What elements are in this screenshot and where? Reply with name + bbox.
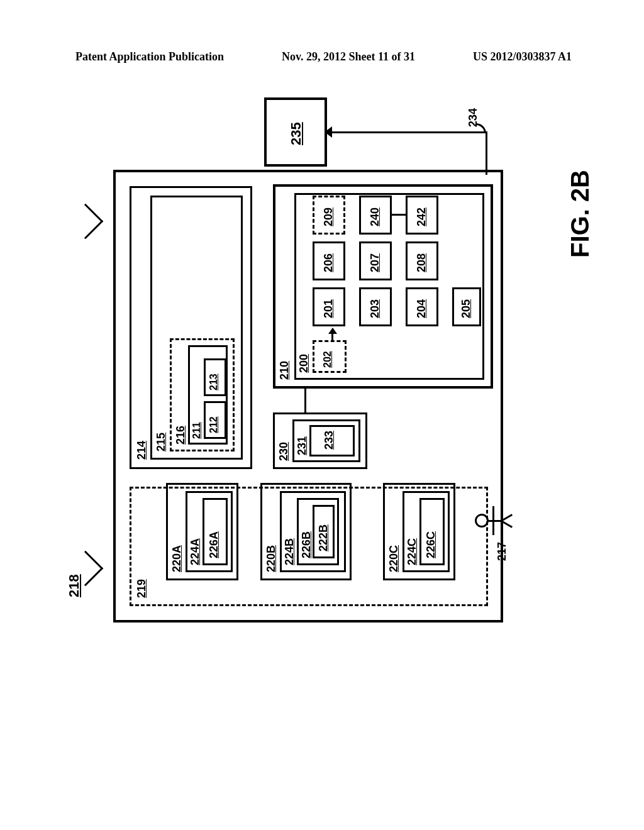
label-220a: 220A	[170, 545, 184, 572]
label-202: 202	[322, 351, 333, 368]
label-235: 235	[288, 122, 304, 145]
box-219: 219 220A 224A 226A 220B 224B 226B	[130, 487, 488, 606]
arrow-icon	[331, 329, 333, 340]
box-216: 216 211 212 213	[170, 338, 235, 451]
box-212: 212	[204, 401, 226, 439]
label-216: 216	[174, 426, 187, 445]
label-220b: 220B	[265, 545, 278, 572]
box-209: 209	[313, 196, 345, 235]
label-214: 214	[135, 441, 148, 460]
label-205: 205	[460, 299, 473, 318]
box-214: 214 215 216 211 212 213	[130, 186, 252, 469]
box-205: 205	[452, 287, 481, 326]
label-217: 217	[496, 542, 509, 561]
box-206: 206	[313, 241, 345, 280]
label-230: 230	[277, 442, 291, 461]
label-206: 206	[322, 253, 335, 272]
label-200: 200	[297, 354, 311, 373]
box-213: 213	[204, 358, 226, 396]
label-233: 233	[323, 431, 336, 450]
box-220c: 220C 224C 226C	[383, 483, 455, 580]
box-231: 231 233	[292, 419, 360, 462]
header-left: Patent Application Publication	[75, 50, 224, 64]
label-231: 231	[296, 436, 309, 455]
box-224b: 224B 226B 222B	[280, 491, 346, 572]
page-header: Patent Application Publication Nov. 29, …	[0, 50, 644, 64]
box-203: 203	[359, 287, 392, 326]
label-201: 201	[322, 299, 335, 318]
header-right: US 2012/0303837 A1	[473, 50, 572, 64]
connector-line	[392, 214, 406, 216]
leader-line	[68, 204, 104, 240]
box-220b: 220B 224B 226B 222B	[260, 483, 352, 580]
label-204: 204	[415, 299, 428, 318]
label-215: 215	[155, 433, 168, 451]
label-213: 213	[208, 374, 219, 390]
label-208: 208	[415, 253, 428, 272]
figure-2b: FIG. 2B 218 219 220A 224A 226A 220B 224B	[88, 170, 553, 622]
box-222b: 222B	[313, 505, 335, 558]
box-233: 233	[309, 425, 355, 456]
label-211: 211	[191, 422, 203, 439]
label-224c: 224C	[406, 538, 419, 565]
box-211: 211 212 213	[188, 345, 228, 445]
box-202: 202	[313, 340, 347, 373]
box-240: 240	[359, 196, 392, 235]
label-226c: 226C	[425, 531, 438, 558]
user-icon	[475, 500, 525, 538]
box-207: 207	[359, 241, 392, 280]
box-226c: 226C	[419, 498, 445, 565]
label-240: 240	[369, 208, 382, 226]
box-226b: 226B 222B	[297, 498, 339, 565]
box-235: 235	[264, 97, 327, 167]
box-220a: 220A 224A 226A	[166, 483, 238, 580]
connector-line	[486, 132, 487, 175]
label-209: 209	[322, 208, 335, 226]
label-222b: 222B	[317, 524, 330, 551]
box-218: 219 220A 224A 226A 220B 224B 226B	[113, 170, 503, 622]
label-219: 219	[135, 579, 148, 598]
label-234: 234	[467, 108, 480, 127]
label-212: 212	[208, 416, 219, 433]
box-224c: 224C 226C	[402, 491, 450, 572]
label-224a: 224A	[189, 538, 202, 565]
box-224a: 224A 226A	[186, 491, 233, 572]
label-226a: 226A	[208, 531, 221, 558]
header-mid: Nov. 29, 2012 Sheet 11 of 31	[282, 50, 415, 64]
label-210: 210	[278, 361, 291, 380]
box-210: 210 200 202 201 206 209 203 207 240 204 …	[273, 184, 493, 389]
connector-line	[327, 131, 487, 133]
label-224b: 224B	[283, 538, 296, 565]
box-208: 208	[406, 241, 438, 280]
box-230: 230 231 233	[273, 412, 367, 469]
label-203: 203	[369, 299, 382, 318]
box-215: 215 216 211 212 213	[150, 196, 243, 460]
figure-label: FIG. 2B	[566, 170, 594, 258]
box-201: 201	[313, 287, 345, 326]
box-226a: 226A	[203, 498, 228, 565]
label-226b: 226B	[300, 531, 313, 558]
box-200: 200 202 201 206 209 203 207 240 204 208 …	[294, 193, 484, 380]
connector-line	[304, 389, 306, 412]
label-220c: 220C	[387, 545, 401, 572]
label-242: 242	[415, 208, 428, 226]
box-204: 204	[406, 287, 438, 326]
box-242: 242	[406, 196, 438, 235]
label-207: 207	[369, 253, 382, 272]
